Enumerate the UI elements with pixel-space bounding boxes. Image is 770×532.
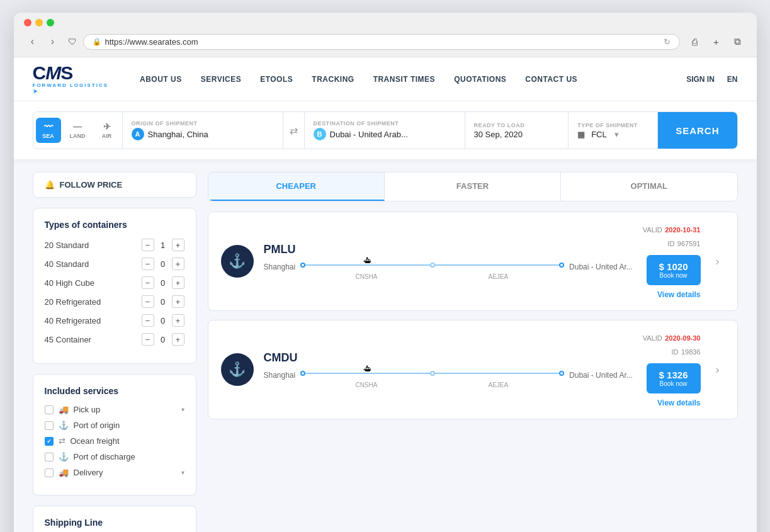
shipping-line-card: Shipping Line CMDU PMLU: [33, 506, 196, 532]
toolbar-actions: ⎙ + ⧉: [686, 33, 747, 50]
date-value[interactable]: 30 Sep, 2020: [474, 130, 560, 139]
container-row-1: 40 Standard − 0 +: [45, 258, 184, 270]
qty-val-3: 0: [159, 297, 167, 307]
service-row-2: ⇄ Ocean freight: [45, 436, 184, 446]
id-val-0: 967591: [677, 240, 701, 247]
tab-optimal[interactable]: OPTIMAL: [561, 173, 737, 201]
transport-land[interactable]: — LAND: [64, 118, 92, 143]
nav-quotations[interactable]: QUOTATIONS: [454, 75, 506, 84]
qty-minus-2[interactable]: −: [142, 276, 154, 289]
from-city-1: Shanghai: [264, 371, 296, 380]
main-layout: 🔔 FOLLOW PRICE Types of containers 20 St…: [14, 159, 757, 532]
cnsha-label-1: CNSHA: [355, 382, 377, 388]
service-checkbox-3[interactable]: [45, 453, 54, 461]
qty-plus-3[interactable]: +: [172, 295, 184, 308]
date-text: 30 Sep, 2020: [474, 130, 523, 139]
follow-price-button[interactable]: 🔔 FOLLOW PRICE: [33, 172, 196, 198]
qty-control-2: − 0 +: [142, 276, 184, 289]
route-dot-end-0: [559, 263, 564, 268]
delivery-icon: 🚚: [59, 468, 69, 477]
destination-label: DESTINATION OF SHIPMENT: [314, 120, 456, 127]
tabs-button[interactable]: ⧉: [729, 33, 747, 50]
tab-cheaper[interactable]: CHEAPER: [208, 173, 385, 201]
forward-button[interactable]: ›: [44, 33, 62, 50]
back-button[interactable]: ‹: [24, 33, 42, 50]
qty-minus-3[interactable]: −: [142, 295, 154, 308]
browser-toolbar: ‹ › 🛡 🔒 https://www.searates.com ↻ ⎙ + ⧉: [24, 33, 747, 57]
qty-plus-1[interactable]: +: [172, 258, 184, 270]
sea-label: SEA: [42, 133, 54, 139]
add-tab-button[interactable]: +: [708, 33, 725, 50]
dot-green[interactable]: [47, 19, 54, 26]
qty-val-4: 0: [159, 316, 167, 325]
share-button[interactable]: ⎙: [686, 33, 704, 50]
expand-arrow-0[interactable]: ›: [711, 255, 725, 268]
service-checkbox-0[interactable]: [45, 405, 54, 414]
qty-plus-2[interactable]: +: [172, 276, 184, 289]
qty-plus-5[interactable]: +: [172, 333, 184, 346]
nav-transit-times[interactable]: TRANSIT TIMES: [373, 75, 436, 84]
result-card-1: ⚓ CMDU Shanghai: [208, 320, 738, 419]
container-name-5: 45 Container: [45, 335, 142, 344]
qty-minus-1[interactable]: −: [142, 258, 154, 270]
qty-plus-0[interactable]: +: [172, 239, 184, 251]
shipment-type-group: TYPE OF SHIPMENT ▦ FCL ▾: [569, 112, 658, 149]
sign-in-button[interactable]: SIGN IN: [686, 75, 715, 84]
nav-about-us[interactable]: ABOUT US: [140, 75, 182, 84]
carrier-ship-icon-1: ⚓: [229, 361, 246, 378]
to-city-1: Dubai - United Ar...: [569, 371, 633, 380]
service-expand-0[interactable]: ▾: [181, 406, 184, 413]
bell-icon: 🔔: [45, 180, 55, 190]
expand-arrow-1[interactable]: ›: [711, 363, 725, 376]
view-details-0[interactable]: View details: [657, 290, 700, 299]
qty-minus-0[interactable]: −: [142, 239, 154, 251]
service-name-1: Port of origin: [74, 421, 120, 430]
address-bar[interactable]: 🔒 https://www.searates.com ↻: [83, 34, 680, 50]
book-now-btn-0[interactable]: $ 1020 Book now: [647, 255, 701, 285]
search-button[interactable]: SEARCH: [658, 112, 737, 149]
result-card-0: ⚓ PMLU Shanghai: [208, 212, 738, 311]
dot-red[interactable]: [24, 19, 31, 26]
dot-yellow[interactable]: [35, 19, 43, 26]
refresh-icon[interactable]: ↻: [664, 37, 671, 47]
route-dot-start-1: [300, 371, 305, 376]
nav-links: ABOUT US SERVICES ETOOLS TRACKING TRANSI…: [140, 75, 686, 84]
price-1: $ 1326: [659, 370, 688, 380]
qty-control-1: − 0 +: [142, 258, 184, 270]
tab-faster[interactable]: FASTER: [385, 173, 561, 201]
book-now-btn-1[interactable]: $ 1326 Book now: [647, 363, 701, 393]
land-icon: —: [73, 122, 82, 132]
aejea-label-1: AEJEA: [489, 382, 509, 388]
service-expand-4[interactable]: ▾: [181, 469, 184, 476]
destination-field-group: DESTINATION OF SHIPMENT B Dubai - United…: [305, 112, 465, 149]
container-row-5: 45 Container − 0 +: [45, 333, 184, 346]
result-card-inner-1: ⚓ CMDU Shanghai: [208, 320, 737, 419]
qty-val-2: 0: [159, 278, 167, 288]
service-checkbox-1[interactable]: [45, 421, 54, 430]
nav-services[interactable]: SERVICES: [201, 75, 241, 84]
origin-value[interactable]: A Shanghai, China: [132, 128, 274, 140]
transport-air[interactable]: ✈ AIR: [94, 118, 120, 143]
destination-value[interactable]: B Dubai - United Arab...: [314, 128, 456, 140]
service-name-0: Pick up: [74, 405, 101, 414]
nav-contact-us[interactable]: CONTACT US: [525, 75, 577, 84]
container-name-3: 20 Refrigerated: [45, 297, 142, 307]
qty-minus-5[interactable]: −: [142, 333, 154, 346]
containers-title: Types of containers: [45, 220, 184, 230]
language-selector[interactable]: EN: [727, 75, 738, 84]
nav-etools[interactable]: ETOOLS: [260, 75, 293, 84]
destination-city: Dubai - United Arab...: [330, 130, 408, 139]
nav-tracking[interactable]: TRACKING: [312, 75, 354, 84]
logo-arrow: ➤: [33, 88, 109, 94]
shipment-value[interactable]: ▦ FCL ▾: [577, 130, 648, 139]
service-row-1: ⚓ Port of origin: [45, 421, 184, 430]
transport-sea[interactable]: 〰 SEA: [36, 118, 61, 143]
service-checkbox-2[interactable]: [45, 437, 54, 446]
qty-minus-4[interactable]: −: [142, 314, 154, 327]
swap-icon[interactable]: ⇄: [287, 125, 300, 137]
service-checkbox-4[interactable]: [45, 468, 54, 477]
services-card: Included services 🚚 Pick up ▾ ⚓ Port of …: [33, 374, 196, 495]
view-details-1[interactable]: View details: [657, 399, 700, 407]
results-tabs: CHEAPER FASTER OPTIMAL: [208, 172, 738, 201]
qty-plus-4[interactable]: +: [172, 314, 184, 327]
